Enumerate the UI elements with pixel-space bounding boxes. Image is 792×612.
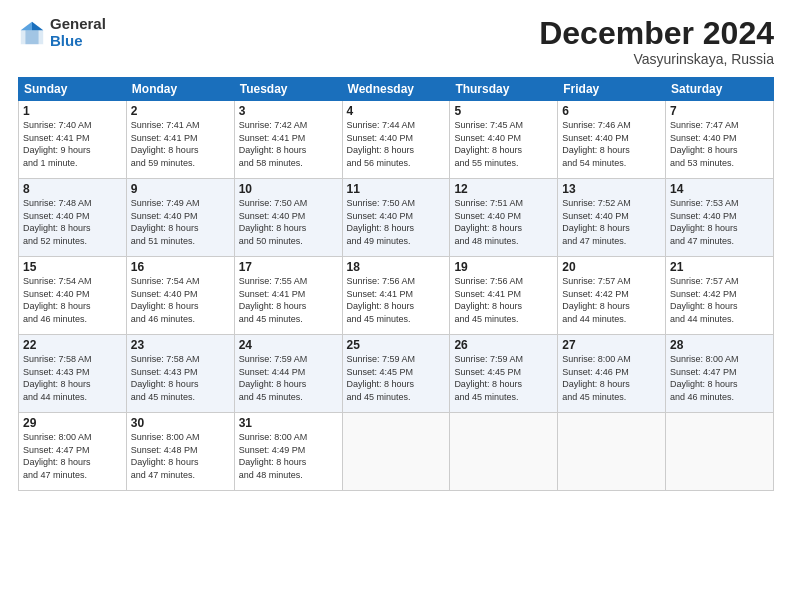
day-info: Sunrise: 7:56 AM Sunset: 4:41 PM Dayligh…: [454, 275, 553, 325]
day-number: 14: [670, 182, 769, 196]
day-number: 11: [347, 182, 446, 196]
calendar-cell: 14Sunrise: 7:53 AM Sunset: 4:40 PM Dayli…: [666, 179, 774, 257]
day-number: 20: [562, 260, 661, 274]
calendar-cell: 31Sunrise: 8:00 AM Sunset: 4:49 PM Dayli…: [234, 413, 342, 491]
month-title: December 2024: [539, 16, 774, 51]
calendar-cell: 10Sunrise: 7:50 AM Sunset: 4:40 PM Dayli…: [234, 179, 342, 257]
calendar-cell: 9Sunrise: 7:49 AM Sunset: 4:40 PM Daylig…: [126, 179, 234, 257]
calendar-cell: 15Sunrise: 7:54 AM Sunset: 4:40 PM Dayli…: [19, 257, 127, 335]
calendar-cell: 19Sunrise: 7:56 AM Sunset: 4:41 PM Dayli…: [450, 257, 558, 335]
day-number: 19: [454, 260, 553, 274]
day-info: Sunrise: 7:59 AM Sunset: 4:45 PM Dayligh…: [454, 353, 553, 403]
title-block: December 2024 Vasyurinskaya, Russia: [539, 16, 774, 67]
day-number: 28: [670, 338, 769, 352]
calendar-cell: 6Sunrise: 7:46 AM Sunset: 4:40 PM Daylig…: [558, 101, 666, 179]
day-info: Sunrise: 7:52 AM Sunset: 4:40 PM Dayligh…: [562, 197, 661, 247]
day-number: 23: [131, 338, 230, 352]
calendar-cell: 3Sunrise: 7:42 AM Sunset: 4:41 PM Daylig…: [234, 101, 342, 179]
day-info: Sunrise: 7:59 AM Sunset: 4:44 PM Dayligh…: [239, 353, 338, 403]
calendar-cell: [666, 413, 774, 491]
day-number: 5: [454, 104, 553, 118]
day-info: Sunrise: 7:45 AM Sunset: 4:40 PM Dayligh…: [454, 119, 553, 169]
day-number: 18: [347, 260, 446, 274]
day-number: 17: [239, 260, 338, 274]
day-number: 16: [131, 260, 230, 274]
week-row-3: 22Sunrise: 7:58 AM Sunset: 4:43 PM Dayli…: [19, 335, 774, 413]
weekday-header-tuesday: Tuesday: [234, 78, 342, 101]
calendar-cell: 1Sunrise: 7:40 AM Sunset: 4:41 PM Daylig…: [19, 101, 127, 179]
calendar-cell: 24Sunrise: 7:59 AM Sunset: 4:44 PM Dayli…: [234, 335, 342, 413]
week-row-4: 29Sunrise: 8:00 AM Sunset: 4:47 PM Dayli…: [19, 413, 774, 491]
calendar-cell: 25Sunrise: 7:59 AM Sunset: 4:45 PM Dayli…: [342, 335, 450, 413]
day-info: Sunrise: 7:40 AM Sunset: 4:41 PM Dayligh…: [23, 119, 122, 169]
calendar-cell: 2Sunrise: 7:41 AM Sunset: 4:41 PM Daylig…: [126, 101, 234, 179]
weekday-header-monday: Monday: [126, 78, 234, 101]
logo-text: General Blue: [50, 16, 106, 49]
day-info: Sunrise: 7:41 AM Sunset: 4:41 PM Dayligh…: [131, 119, 230, 169]
day-number: 10: [239, 182, 338, 196]
day-number: 2: [131, 104, 230, 118]
calendar-cell: 22Sunrise: 7:58 AM Sunset: 4:43 PM Dayli…: [19, 335, 127, 413]
calendar-cell: [342, 413, 450, 491]
calendar-cell: [450, 413, 558, 491]
logo-general: General: [50, 16, 106, 33]
calendar-cell: 12Sunrise: 7:51 AM Sunset: 4:40 PM Dayli…: [450, 179, 558, 257]
weekday-header-thursday: Thursday: [450, 78, 558, 101]
calendar-cell: 21Sunrise: 7:57 AM Sunset: 4:42 PM Dayli…: [666, 257, 774, 335]
calendar-cell: 11Sunrise: 7:50 AM Sunset: 4:40 PM Dayli…: [342, 179, 450, 257]
day-number: 21: [670, 260, 769, 274]
day-number: 4: [347, 104, 446, 118]
weekday-header-row: SundayMondayTuesdayWednesdayThursdayFrid…: [19, 78, 774, 101]
day-number: 31: [239, 416, 338, 430]
day-number: 26: [454, 338, 553, 352]
calendar-table: SundayMondayTuesdayWednesdayThursdayFrid…: [18, 77, 774, 491]
day-number: 27: [562, 338, 661, 352]
day-info: Sunrise: 7:48 AM Sunset: 4:40 PM Dayligh…: [23, 197, 122, 247]
day-number: 8: [23, 182, 122, 196]
svg-marker-1: [32, 21, 43, 29]
calendar-cell: 28Sunrise: 8:00 AM Sunset: 4:47 PM Dayli…: [666, 335, 774, 413]
calendar-cell: 23Sunrise: 7:58 AM Sunset: 4:43 PM Dayli…: [126, 335, 234, 413]
calendar-cell: 18Sunrise: 7:56 AM Sunset: 4:41 PM Dayli…: [342, 257, 450, 335]
weekday-header-sunday: Sunday: [19, 78, 127, 101]
calendar-cell: 7Sunrise: 7:47 AM Sunset: 4:40 PM Daylig…: [666, 101, 774, 179]
day-info: Sunrise: 7:50 AM Sunset: 4:40 PM Dayligh…: [239, 197, 338, 247]
day-info: Sunrise: 7:46 AM Sunset: 4:40 PM Dayligh…: [562, 119, 661, 169]
day-number: 12: [454, 182, 553, 196]
weekday-header-saturday: Saturday: [666, 78, 774, 101]
day-info: Sunrise: 8:00 AM Sunset: 4:47 PM Dayligh…: [670, 353, 769, 403]
calendar-cell: 5Sunrise: 7:45 AM Sunset: 4:40 PM Daylig…: [450, 101, 558, 179]
week-row-2: 15Sunrise: 7:54 AM Sunset: 4:40 PM Dayli…: [19, 257, 774, 335]
svg-marker-2: [21, 21, 32, 29]
day-info: Sunrise: 7:56 AM Sunset: 4:41 PM Dayligh…: [347, 275, 446, 325]
day-info: Sunrise: 8:00 AM Sunset: 4:48 PM Dayligh…: [131, 431, 230, 481]
calendar-cell: 20Sunrise: 7:57 AM Sunset: 4:42 PM Dayli…: [558, 257, 666, 335]
day-number: 1: [23, 104, 122, 118]
weekday-header-wednesday: Wednesday: [342, 78, 450, 101]
day-info: Sunrise: 7:50 AM Sunset: 4:40 PM Dayligh…: [347, 197, 446, 247]
day-info: Sunrise: 8:00 AM Sunset: 4:49 PM Dayligh…: [239, 431, 338, 481]
day-number: 30: [131, 416, 230, 430]
calendar-cell: 17Sunrise: 7:55 AM Sunset: 4:41 PM Dayli…: [234, 257, 342, 335]
day-info: Sunrise: 7:57 AM Sunset: 4:42 PM Dayligh…: [670, 275, 769, 325]
calendar-cell: 27Sunrise: 8:00 AM Sunset: 4:46 PM Dayli…: [558, 335, 666, 413]
day-info: Sunrise: 7:44 AM Sunset: 4:40 PM Dayligh…: [347, 119, 446, 169]
weekday-header-friday: Friday: [558, 78, 666, 101]
week-row-1: 8Sunrise: 7:48 AM Sunset: 4:40 PM Daylig…: [19, 179, 774, 257]
page: General Blue December 2024 Vasyurinskaya…: [0, 0, 792, 612]
logo: General Blue: [18, 16, 106, 49]
day-number: 15: [23, 260, 122, 274]
calendar-cell: 26Sunrise: 7:59 AM Sunset: 4:45 PM Dayli…: [450, 335, 558, 413]
calendar-cell: 16Sunrise: 7:54 AM Sunset: 4:40 PM Dayli…: [126, 257, 234, 335]
day-number: 7: [670, 104, 769, 118]
day-info: Sunrise: 7:57 AM Sunset: 4:42 PM Dayligh…: [562, 275, 661, 325]
calendar-cell: 29Sunrise: 8:00 AM Sunset: 4:47 PM Dayli…: [19, 413, 127, 491]
calendar-cell: 4Sunrise: 7:44 AM Sunset: 4:40 PM Daylig…: [342, 101, 450, 179]
day-number: 13: [562, 182, 661, 196]
day-info: Sunrise: 7:59 AM Sunset: 4:45 PM Dayligh…: [347, 353, 446, 403]
day-info: Sunrise: 8:00 AM Sunset: 4:46 PM Dayligh…: [562, 353, 661, 403]
day-number: 22: [23, 338, 122, 352]
day-number: 3: [239, 104, 338, 118]
location: Vasyurinskaya, Russia: [539, 51, 774, 67]
calendar-cell: 8Sunrise: 7:48 AM Sunset: 4:40 PM Daylig…: [19, 179, 127, 257]
